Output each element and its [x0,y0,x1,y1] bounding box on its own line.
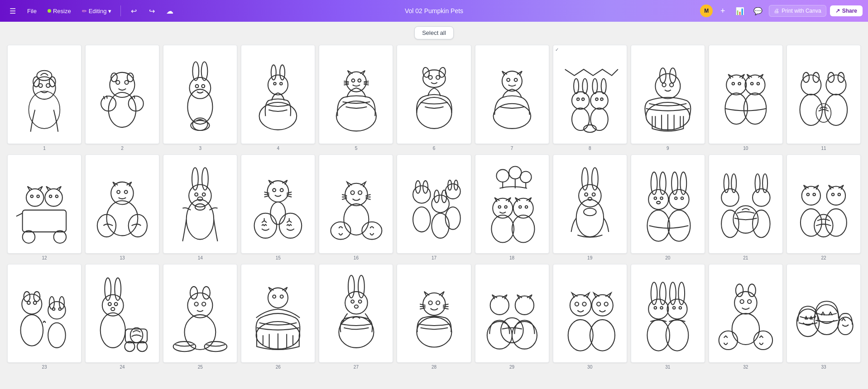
page-thumbnail[interactable] [7,154,82,254]
comments-button[interactable]: 💬 [751,4,765,18]
page-thumbnail[interactable] [786,45,861,144]
select-all-button[interactable]: Select all [414,26,454,39]
editing-button[interactable]: ✏ Editing ▾ [78,6,115,16]
svg-point-149 [660,197,663,200]
page-item[interactable]: 28 [397,264,471,370]
page-thumbnail[interactable] [85,154,159,254]
print-button[interactable]: 🖨 Print with Canva [769,5,826,17]
page-item[interactable]: 24 [85,264,159,370]
svg-point-185 [59,308,62,311]
file-button[interactable]: File [24,6,40,16]
svg-point-80 [23,231,35,243]
add-collaborator-button[interactable]: + [716,5,729,17]
svg-point-0 [29,91,60,129]
page-item[interactable]: 27 [319,264,393,370]
menu-button[interactable]: ☰ [5,4,20,18]
page-thumbnail[interactable] [709,264,783,363]
page-item[interactable]: 25 [163,264,237,370]
page-thumbnail[interactable] [397,264,471,363]
page-item[interactable]: ✓ 8 [553,45,627,151]
page-item[interactable]: 4 [241,45,315,151]
page-thumbnail[interactable] [786,264,861,363]
page-thumbnail[interactable] [163,264,237,363]
page-item[interactable]: 26 [241,264,315,370]
page-thumbnail[interactable] [475,45,549,144]
page-item[interactable]: 15 [241,154,315,260]
cloud-save-button[interactable]: ☁ [163,4,177,18]
page-thumbnail[interactable] [709,154,783,254]
page-item[interactable]: 10 [709,45,783,151]
resize-button[interactable]: Resize [44,6,75,16]
page-thumbnail[interactable] [631,154,705,254]
svg-point-62 [726,75,746,95]
redo-button[interactable]: ↪ [144,4,159,18]
page-number: 19 [587,255,592,260]
svg-point-141 [585,193,588,196]
svg-point-19 [196,85,199,88]
svg-point-126 [496,169,509,182]
page-item[interactable]: 29 [475,264,549,370]
page-item[interactable]: 23 [7,264,82,370]
page-item[interactable]: 7 [475,45,549,151]
page-thumbnail[interactable] [397,154,471,254]
share-button[interactable]: ↗ Share [830,5,863,16]
page-item[interactable]: 3 [163,45,237,151]
undo-button[interactable]: ↩ [126,4,141,18]
page-number: 23 [42,365,47,370]
page-thumbnail[interactable] [553,154,627,254]
page-item[interactable]: 5 [319,45,393,151]
page-item[interactable]: 21 [709,154,783,260]
page-thumbnail[interactable] [7,264,82,363]
page-thumbnail[interactable]: ✓ [553,45,627,144]
page-thumbnail[interactable] [786,154,861,254]
page-thumbnail[interactable] [85,45,159,144]
page-item[interactable]: 31 [631,264,705,370]
page-item[interactable]: 33 [786,264,861,370]
page-thumbnail[interactable] [319,154,393,254]
page-thumbnail[interactable] [163,154,237,254]
page-item[interactable]: 6 [397,45,471,151]
page-number: 11 [821,146,826,151]
page-thumbnail[interactable] [631,264,705,363]
page-thumbnail[interactable] [397,45,471,144]
page-item[interactable]: 18 [475,154,549,260]
page-thumbnail[interactable] [7,45,82,144]
page-item[interactable]: 13 [85,154,159,260]
analytics-button[interactable]: 📊 [733,4,747,18]
page-item[interactable]: 2 [85,45,159,151]
page-thumbnail[interactable] [85,264,159,363]
page-thumbnail[interactable] [241,154,315,254]
page-item[interactable]: 17 [397,154,471,260]
page-number: 1 [43,146,46,151]
page-item[interactable]: 12 [7,154,82,260]
svg-point-44 [574,79,579,94]
page-number: 5 [355,146,358,151]
svg-point-203 [202,302,206,306]
page-thumbnail[interactable] [475,264,549,363]
page-item[interactable]: 11 [786,45,861,151]
page-thumbnail[interactable] [319,264,393,363]
pages-grid: 1 2 3 4 [7,45,861,370]
page-thumbnail[interactable] [241,264,315,363]
page-item[interactable]: 32 [709,264,783,370]
page-thumbnail[interactable] [163,45,237,144]
svg-point-213 [358,275,364,298]
page-thumbnail[interactable] [631,45,705,144]
svg-point-155 [681,197,684,200]
page-thumbnail[interactable] [475,154,549,254]
page-item[interactable]: 14 [163,154,237,260]
page-item[interactable]: 9 [631,45,705,151]
page-item[interactable]: 22 [786,154,861,260]
page-item[interactable]: 16 [319,154,393,260]
svg-point-41 [507,78,510,82]
svg-point-48 [590,92,608,110]
page-item[interactable]: 1 [7,45,82,151]
page-thumbnail[interactable] [241,45,315,144]
page-item[interactable]: 30 [553,264,627,370]
page-thumbnail[interactable] [709,45,783,144]
page-thumbnail[interactable] [553,264,627,363]
page-thumbnail[interactable] [319,45,393,144]
page-number: 18 [509,255,514,260]
page-item[interactable]: 19 [553,154,627,260]
page-item[interactable]: 20 [631,154,705,260]
